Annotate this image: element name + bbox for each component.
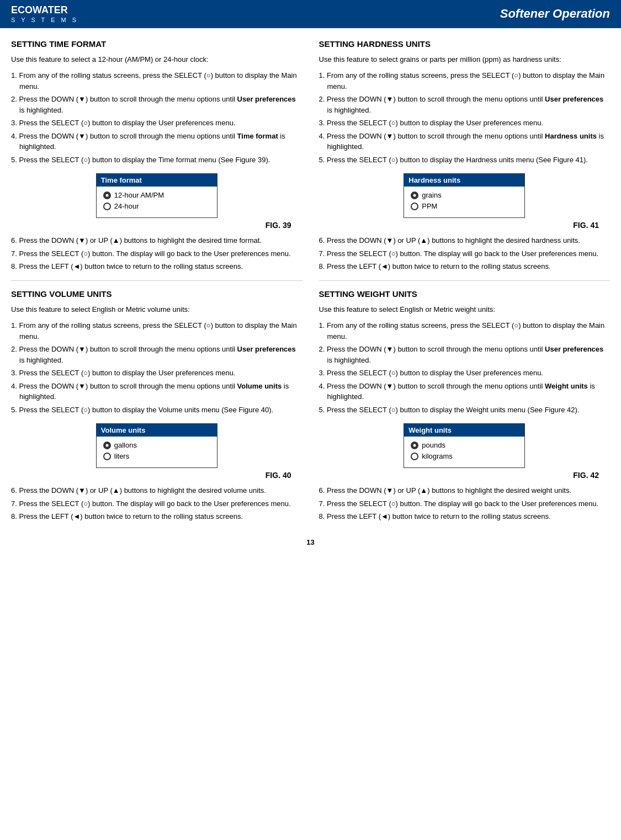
option-24hour-label: 24-hour — [114, 202, 139, 210]
section-time-format: SETTING TIME FORMAT Use this feature to … — [11, 39, 302, 272]
option-liters: liters — [103, 452, 210, 460]
step-item: 3. Press the SELECT (○) button to displa… — [11, 118, 302, 129]
logo-line2: S Y S T E M S — [11, 17, 78, 24]
option-kilograms: kilograms — [411, 452, 518, 460]
weight-units-title: SETTING WEIGHT UNITS — [319, 289, 611, 299]
main-content: SETTING TIME FORMAT Use this feature to … — [0, 28, 621, 530]
page-title: Softener Operation — [500, 7, 610, 21]
weight-units-steps-after: 6. Press the DOWN (▼) or UP (▲) buttons … — [319, 485, 611, 522]
step-item: 1. From any of the rolling status screen… — [11, 70, 302, 92]
fig-42-label: FIG. 42 — [319, 471, 611, 480]
step-item: 7. Press the SELECT (○) button. The disp… — [11, 248, 302, 259]
volume-units-intro: Use this feature to select English or Me… — [11, 304, 302, 315]
step-item: 6. Press the DOWN (▼) or UP (▲) buttons … — [11, 485, 302, 496]
step-item: 4. Press the DOWN (▼) button to scroll t… — [319, 131, 611, 152]
volume-units-menu: Volume units gallons liters — [96, 423, 217, 468]
option-12hour: 12-hour AM/PM — [103, 191, 210, 199]
hardness-units-menu-title: Hardness units — [404, 174, 524, 187]
radio-filled-icon — [411, 442, 418, 449]
page-footer: 13 — [0, 530, 621, 555]
step-item: 2. Press the DOWN (▼) button to scroll t… — [319, 344, 611, 365]
step-item: 6. Press the DOWN (▼) or UP (▲) buttons … — [319, 485, 611, 496]
hardness-units-menu: Hardness units grains PPM — [404, 173, 525, 218]
step-item: 5. Press the SELECT (○) button to displa… — [11, 155, 302, 166]
step-item: 8. Press the LEFT (◄) button twice to re… — [319, 261, 611, 272]
volume-units-steps-after: 6. Press the DOWN (▼) or UP (▲) buttons … — [11, 485, 302, 522]
time-format-menu: Time format 12-hour AM/PM 24-hour — [96, 173, 217, 218]
step-item: 2. Press the DOWN (▼) button to scroll t… — [11, 94, 302, 115]
option-gallons-label: gallons — [114, 441, 137, 449]
option-grains-label: grains — [422, 191, 441, 199]
time-format-menu-title: Time format — [97, 174, 217, 187]
divider — [11, 280, 302, 281]
hardness-units-title: SETTING HARDNESS UNITS — [319, 39, 611, 49]
time-format-title: SETTING TIME FORMAT — [11, 39, 302, 49]
step-item: 3. Press the SELECT (○) button to displa… — [11, 368, 302, 379]
weight-units-intro: Use this feature to select English or Me… — [319, 304, 611, 315]
step-item: 4. Press the DOWN (▼) button to scroll t… — [319, 381, 611, 402]
step-item: 2. Press the DOWN (▼) button to scroll t… — [11, 344, 302, 365]
option-liters-label: liters — [114, 452, 129, 460]
option-ppm-label: PPM — [422, 202, 437, 210]
step-item: 1. From any of the rolling status screen… — [11, 320, 302, 342]
option-pounds: pounds — [411, 441, 518, 449]
radio-empty-icon — [103, 203, 111, 210]
time-format-menu-body: 12-hour AM/PM 24-hour — [97, 187, 217, 217]
hardness-units-steps-before: 1. From any of the rolling status screen… — [319, 70, 611, 165]
step-item: 7. Press the SELECT (○) button. The disp… — [11, 498, 302, 509]
page-header: ECOWATER S Y S T E M S Softener Operatio… — [0, 0, 621, 28]
radio-filled-icon — [103, 192, 111, 199]
divider — [319, 280, 611, 281]
section-weight-units: SETTING WEIGHT UNITS Use this feature to… — [319, 289, 611, 522]
weight-units-menu-body: pounds kilograms — [404, 437, 524, 467]
weight-units-menu: Weight units pounds kilograms — [404, 423, 525, 468]
step-item: 7. Press the SELECT (○) button. The disp… — [319, 248, 611, 259]
option-pounds-label: pounds — [422, 441, 445, 449]
radio-empty-icon — [411, 203, 418, 210]
step-item: 4. Press the DOWN (▼) button to scroll t… — [11, 131, 302, 152]
step-item: 6. Press the DOWN (▼) or UP (▲) buttons … — [319, 235, 611, 246]
step-item: 5. Press the SELECT (○) button to displa… — [319, 155, 611, 166]
option-12hour-label: 12-hour AM/PM — [114, 191, 164, 199]
logo: ECOWATER S Y S T E M S — [11, 4, 78, 24]
page-number: 13 — [306, 538, 314, 546]
step-item: 6. Press the DOWN (▼) or UP (▲) buttons … — [11, 235, 302, 246]
hardness-units-intro: Use this feature to select grains or par… — [319, 54, 611, 65]
radio-filled-icon — [103, 442, 111, 449]
option-kilograms-label: kilograms — [422, 452, 453, 460]
volume-units-menu-body: gallons liters — [97, 437, 217, 467]
left-column: SETTING TIME FORMAT Use this feature to … — [11, 39, 302, 524]
hardness-units-menu-body: grains PPM — [404, 187, 524, 217]
step-item: 3. Press the SELECT (○) button to displa… — [319, 118, 611, 129]
radio-filled-icon — [411, 192, 418, 199]
fig-41-label: FIG. 41 — [319, 221, 611, 230]
option-gallons: gallons — [103, 441, 210, 449]
fig-39-label: FIG. 39 — [11, 221, 302, 230]
weight-units-steps-before: 1. From any of the rolling status screen… — [319, 320, 611, 415]
step-item: 5. Press the SELECT (○) button to displa… — [11, 405, 302, 416]
volume-units-steps-before: 1. From any of the rolling status screen… — [11, 320, 302, 415]
radio-empty-icon — [411, 453, 418, 460]
step-item: 7. Press the SELECT (○) button. The disp… — [319, 498, 611, 509]
step-item: 2. Press the DOWN (▼) button to scroll t… — [319, 94, 611, 115]
section-hardness-units: SETTING HARDNESS UNITS Use this feature … — [319, 39, 611, 272]
option-grains: grains — [411, 191, 518, 199]
fig-40-label: FIG. 40 — [11, 471, 302, 480]
option-ppm: PPM — [411, 202, 518, 210]
step-item: 3. Press the SELECT (○) button to displa… — [319, 368, 611, 379]
time-format-intro: Use this feature to select a 12-hour (AM… — [11, 54, 302, 65]
volume-units-menu-title: Volume units — [97, 424, 217, 437]
right-column: SETTING HARDNESS UNITS Use this feature … — [319, 39, 611, 524]
hardness-units-steps-after: 6. Press the DOWN (▼) or UP (▲) buttons … — [319, 235, 611, 272]
time-format-steps-after: 6. Press the DOWN (▼) or UP (▲) buttons … — [11, 235, 302, 272]
weight-units-menu-title: Weight units — [404, 424, 524, 437]
section-volume-units: SETTING VOLUME UNITS Use this feature to… — [11, 289, 302, 522]
step-item: 8. Press the LEFT (◄) button twice to re… — [319, 511, 611, 522]
step-item: 1. From any of the rolling status screen… — [319, 70, 611, 92]
step-item: 8. Press the LEFT (◄) button twice to re… — [11, 261, 302, 272]
step-item: 5. Press the SELECT (○) button to displa… — [319, 405, 611, 416]
step-item: 8. Press the LEFT (◄) button twice to re… — [11, 511, 302, 522]
step-item: 1. From any of the rolling status screen… — [319, 320, 611, 342]
option-24hour: 24-hour — [103, 202, 210, 210]
volume-units-title: SETTING VOLUME UNITS — [11, 289, 302, 299]
